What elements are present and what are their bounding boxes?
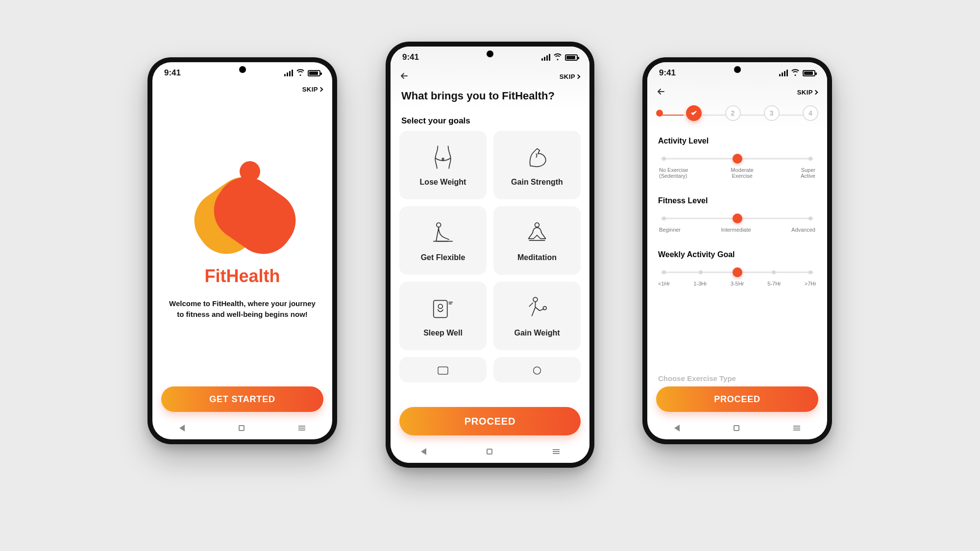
- svg-rect-7: [438, 367, 448, 374]
- status-icons: [284, 70, 320, 76]
- camera-notch: [487, 50, 493, 57]
- wifi-icon: [553, 54, 562, 61]
- goals-grid: Lose Weight Gain Strength: [391, 131, 589, 401]
- weekly-slider[interactable]: [661, 270, 813, 275]
- section-title: Fitness Level: [658, 196, 816, 205]
- slider-label: Beginner: [659, 227, 681, 233]
- skip-button[interactable]: SKIP: [797, 89, 817, 96]
- activity-slider[interactable]: [661, 156, 813, 161]
- status-time: 9:41: [659, 68, 676, 78]
- nav-recent-icon[interactable]: [553, 449, 560, 454]
- get-started-button[interactable]: GET STARTED: [161, 386, 323, 412]
- step-4[interactable]: 4: [803, 105, 818, 121]
- nav-recent-icon[interactable]: [298, 426, 305, 431]
- phone-welcome: 9:41 SKIP FitHealth: [147, 57, 337, 444]
- skip-label: SKIP: [302, 86, 318, 93]
- check-icon: [690, 110, 697, 117]
- wifi-icon: [296, 70, 305, 76]
- status-bar: 9:41: [152, 62, 332, 84]
- android-nav-bar: [647, 417, 827, 439]
- dumbbell-person-icon: [523, 294, 551, 322]
- goal-card-gain-weight[interactable]: Gain Weight: [493, 282, 581, 350]
- fitness-slider[interactable]: [661, 216, 813, 221]
- phone-preferences: 9:41 SKIP: [642, 57, 832, 444]
- progress-stepper: 2 3 4: [647, 102, 827, 127]
- header-row: SKIP: [152, 84, 332, 97]
- generic-icon: [433, 362, 453, 382]
- android-nav-bar: [391, 440, 589, 463]
- status-icons: [779, 70, 815, 76]
- slider-label: Intermediate: [721, 227, 751, 233]
- goal-card-gain-strength[interactable]: Gain Strength: [493, 131, 581, 199]
- proceed-label: PROCEED: [714, 394, 760, 405]
- section-title: Activity Level: [658, 137, 816, 145]
- step-3[interactable]: 3: [764, 105, 780, 121]
- status-time: 9:41: [402, 52, 419, 62]
- goal-card-lose-weight[interactable]: Lose Weight: [399, 131, 487, 199]
- svg-point-6: [543, 307, 546, 310]
- camera-notch: [734, 66, 741, 73]
- goal-card-get-flexible[interactable]: Get Flexible: [399, 206, 487, 275]
- slider-label: Super Active: [786, 167, 815, 179]
- back-button[interactable]: [400, 70, 410, 83]
- nav-back-icon[interactable]: [179, 425, 185, 431]
- slider-label: 3-5Hr: [731, 281, 744, 287]
- proceed-button[interactable]: PROCEED: [656, 386, 818, 412]
- skip-label: SKIP: [797, 89, 813, 96]
- step-dot-start: [656, 110, 663, 117]
- slider-label: <1Hr: [658, 281, 670, 287]
- generic-icon: [527, 362, 547, 382]
- nav-back-icon[interactable]: [674, 425, 680, 431]
- step-1-active: [686, 105, 702, 121]
- sleep-icon: [429, 294, 457, 322]
- next-section-faded: Choose Exercise Type: [647, 374, 827, 383]
- waist-icon: [429, 144, 457, 171]
- section-fitness-level: Fitness Level Beginner Intermediate Adva…: [647, 190, 827, 235]
- skip-button[interactable]: SKIP: [302, 86, 322, 93]
- goal-label: Gain Weight: [514, 329, 560, 337]
- app-logo: [194, 164, 292, 257]
- goal-card-peek[interactable]: [493, 357, 581, 383]
- chevron-right-icon: [813, 90, 818, 95]
- back-button[interactable]: [657, 86, 667, 98]
- goal-card-peek[interactable]: [399, 357, 487, 383]
- nav-home-icon[interactable]: [239, 425, 245, 431]
- skip-label: SKIP: [560, 73, 575, 80]
- svg-point-2: [535, 223, 539, 227]
- step-2[interactable]: 2: [725, 105, 741, 121]
- header-row: SKIP: [647, 84, 827, 102]
- battery-icon: [803, 70, 815, 76]
- svg-point-1: [437, 223, 441, 227]
- section-activity-level: Activity Level No Exercise (Sedentary) M…: [647, 130, 827, 181]
- signal-icon: [541, 54, 550, 61]
- goal-label: Gain Strength: [511, 178, 563, 187]
- nav-recent-icon[interactable]: [793, 426, 800, 431]
- nav-home-icon[interactable]: [734, 425, 739, 431]
- nav-back-icon[interactable]: [421, 448, 426, 455]
- stretch-icon: [429, 219, 457, 246]
- goal-label: Meditation: [517, 253, 557, 262]
- svg-point-8: [534, 367, 541, 374]
- wifi-icon: [791, 70, 800, 76]
- signal-icon: [779, 70, 788, 76]
- status-icons: [541, 54, 578, 61]
- welcome-body: FitHealth Welcome to FitHealth, where yo…: [152, 97, 332, 386]
- goal-card-sleep-well[interactable]: Sleep Well: [399, 282, 487, 350]
- welcome-text: Welcome to FitHealth, where your journey…: [166, 298, 318, 320]
- signal-icon: [284, 70, 293, 76]
- slider-label: Advanced: [791, 227, 815, 233]
- proceed-button[interactable]: PROCEED: [399, 407, 581, 435]
- phone-goals: 9:41 SKIP W: [386, 42, 594, 468]
- slider-label: Moderate Exercise: [723, 167, 762, 179]
- status-time: 9:41: [164, 68, 181, 78]
- get-started-label: GET STARTED: [209, 394, 275, 405]
- skip-button[interactable]: SKIP: [560, 73, 580, 80]
- section-title: Weekly Activity Goal: [658, 250, 816, 259]
- bicep-icon: [523, 144, 551, 171]
- android-nav-bar: [152, 417, 332, 439]
- goals-subhead: Select your goals: [391, 109, 589, 131]
- svg-point-4: [438, 304, 442, 309]
- goal-card-meditation[interactable]: Meditation: [493, 206, 581, 275]
- nav-home-icon[interactable]: [487, 449, 492, 455]
- svg-point-5: [533, 297, 538, 302]
